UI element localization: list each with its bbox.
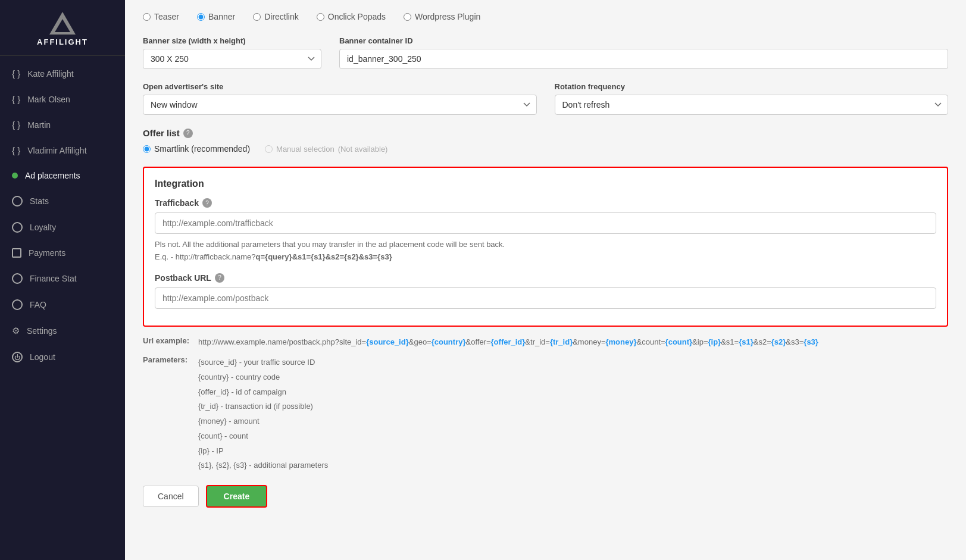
tab-onclick-label: Onclick Popads (328, 12, 386, 21)
radio-onclick[interactable] (317, 13, 324, 21)
sidebar-item-label: Payments (29, 248, 65, 258)
tab-banner-label: Banner (208, 12, 235, 21)
cancel-button[interactable]: Cancel (143, 486, 199, 507)
bracket-icon: { } (12, 94, 20, 104)
power-icon: ⏻ (12, 352, 23, 362)
url-example-value: http://www.example.name/postback.php?sit… (198, 336, 818, 349)
banner-container-label: Banner container ID (339, 36, 948, 45)
sidebar-item-loyalty[interactable]: Loyalty (0, 214, 125, 240)
integration-section: Integration Trafficback ? Pls not. All t… (143, 167, 948, 327)
open-advertiser-group: Open advertiser's site New window Same w… (143, 82, 537, 115)
bracket-icon: { } (12, 68, 20, 79)
sidebar: AFFILIGHT { } Kate Affilight { } Mark Ol… (0, 0, 125, 560)
param-item: {ip} - IP (198, 444, 328, 459)
radio-directlink[interactable] (253, 13, 261, 21)
radio-wordpress[interactable] (404, 13, 411, 21)
parameters-row: Parameters: {source_id} - your traffic s… (143, 355, 948, 473)
trafficback-input[interactable] (155, 212, 936, 234)
manual-option[interactable]: Manual selection (Not available) (265, 145, 387, 154)
tab-wordpress[interactable]: Wordpress Plugin (404, 12, 480, 21)
offer-options: Smartlink (recommended) Manual selection… (143, 144, 948, 154)
manual-label: Manual selection (276, 145, 334, 154)
banner-size-row: Banner size (width x height) 300 X 250 7… (143, 36, 948, 69)
square-icon (12, 248, 21, 258)
postback-input[interactable] (155, 287, 936, 309)
parameters-list: {source_id} - your traffic source ID {co… (198, 355, 328, 473)
sidebar-item-label: Kate Affilight (27, 69, 74, 79)
sidebar-item-label: Settings (27, 326, 57, 336)
tab-teaser[interactable]: Teaser (143, 12, 179, 21)
sidebar-item-finance-stat[interactable]: Finance Stat (0, 265, 125, 292)
logo-text: AFFILIGHT (0, 37, 125, 46)
circle-icon (12, 196, 23, 207)
tab-banner[interactable]: Banner (197, 12, 235, 21)
sidebar-item-vladimir[interactable]: { } Vladimir Affilight (0, 137, 125, 163)
circle-icon (12, 273, 23, 284)
param-item: {country} - country code (198, 370, 328, 385)
param-item: {s1}, {s2}, {s3} - additional parameters (198, 458, 328, 473)
button-row: Cancel Create (143, 485, 948, 508)
main-content: Teaser Banner Directlink Onclick Popads … (125, 0, 966, 560)
sidebar-item-label: Ad placements (25, 171, 80, 180)
url-example-row: Url example: http://www.example.name/pos… (143, 336, 948, 349)
postback-help-icon[interactable]: ? (215, 273, 224, 283)
sidebar-item-label: Stats (30, 196, 49, 206)
integration-title: Integration (155, 179, 936, 189)
postback-label: Postback URL (155, 273, 211, 283)
smartlink-label: Smartlink (recommended) (154, 144, 250, 154)
banner-size-group: Banner size (width x height) 300 X 250 7… (143, 36, 321, 69)
sidebar-item-logout[interactable]: ⏻ Logout (0, 344, 125, 370)
trafficback-help-icon[interactable]: ? (202, 198, 212, 208)
radio-teaser[interactable] (143, 13, 151, 21)
rotation-frequency-select[interactable]: Don't refresh Every 30 seconds Every min… (555, 95, 949, 115)
param-item: {source_id} - your traffic source ID (198, 355, 328, 370)
tab-directlink[interactable]: Directlink (253, 12, 299, 21)
offer-list-section: Offer list ? Smartlink (recommended) Man… (143, 128, 948, 154)
param-item: {offer_id} - id of campaign (198, 385, 328, 400)
sidebar-item-label: Vladimir Affilight (27, 146, 86, 155)
tab-directlink-label: Directlink (264, 12, 299, 21)
open-advertiser-wrapper: New window Same window (143, 95, 537, 115)
sidebar-item-label: Finance Stat (30, 274, 77, 283)
sidebar-item-payments[interactable]: Payments (0, 240, 125, 265)
parameters-label: Parameters: (143, 355, 193, 473)
trafficback-section: Trafficback ? Pls not. All the additiona… (155, 198, 936, 264)
param-item: {count} - count (198, 429, 328, 444)
radio-smartlink[interactable] (143, 145, 151, 153)
smartlink-option[interactable]: Smartlink (recommended) (143, 144, 250, 154)
sidebar-item-mark[interactable]: { } Mark Olsen (0, 86, 125, 112)
offer-help-icon[interactable]: ? (183, 129, 193, 138)
rotation-frequency-wrapper: Don't refresh Every 30 seconds Every min… (555, 95, 949, 115)
banner-container-input[interactable] (339, 49, 948, 69)
sidebar-item-ad-placements[interactable]: Ad placements (0, 163, 125, 188)
advertiser-rotation-row: Open advertiser's site New window Same w… (143, 82, 948, 115)
banner-size-select[interactable]: 300 X 250 728 X 90 160 X 600 120 X 600 4… (143, 49, 321, 69)
radio-banner[interactable] (197, 13, 205, 21)
sidebar-item-label: FAQ (30, 300, 46, 309)
sidebar-item-stats[interactable]: Stats (0, 188, 125, 214)
param-item: {money} - amount (198, 414, 328, 429)
radio-manual[interactable] (265, 145, 273, 153)
tab-onclick[interactable]: Onclick Popads (317, 12, 386, 21)
open-advertiser-select[interactable]: New window Same window (143, 95, 537, 115)
logo-area: AFFILIGHT (0, 0, 125, 56)
banner-size-wrapper: 300 X 250 728 X 90 160 X 600 120 X 600 4… (143, 49, 321, 69)
sidebar-item-label: Mark Olsen (27, 95, 70, 104)
sidebar-item-martin[interactable]: { } Martin (0, 112, 125, 137)
tab-teaser-label: Teaser (154, 12, 179, 21)
gear-icon: ⚙ (12, 326, 20, 336)
sidebar-item-kate[interactable]: { } Kate Affilight (0, 61, 125, 86)
sidebar-item-settings[interactable]: ⚙ Settings (0, 318, 125, 344)
create-button[interactable]: Create (206, 485, 268, 508)
sidebar-item-label: Logout (30, 352, 55, 362)
rotation-frequency-label: Rotation frequency (555, 82, 949, 91)
active-dot-icon (12, 173, 18, 179)
sidebar-item-label: Loyalty (30, 223, 56, 232)
trafficback-hint-bold: q={query}&s1={s1}&s2={s2}&s3={s3} (256, 252, 392, 261)
bracket-icon: { } (12, 120, 20, 130)
sidebar-item-faq[interactable]: FAQ (0, 292, 125, 318)
banner-size-label: Banner size (width x height) (143, 36, 321, 45)
trafficback-label: Trafficback (155, 198, 199, 208)
postback-section: Postback URL ? (155, 273, 936, 309)
postback-label-row: Postback URL ? (155, 273, 936, 283)
